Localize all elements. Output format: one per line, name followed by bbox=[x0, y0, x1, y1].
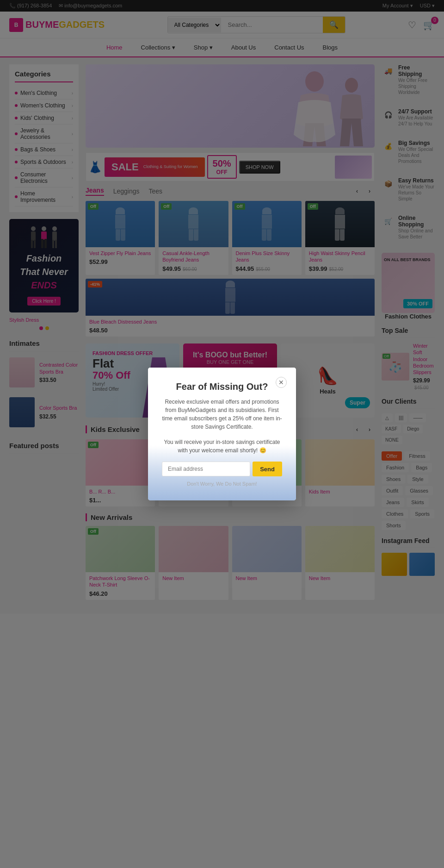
popup-email-input[interactable] bbox=[162, 462, 250, 476]
popup-email-row: Send bbox=[162, 462, 282, 476]
popup-overlay[interactable]: ✕ Fear of Missing Out? Receive exclusive… bbox=[0, 0, 444, 614]
popup-title: Fear of Missing Out? bbox=[162, 381, 282, 392]
popup-close-button[interactable]: ✕ bbox=[276, 377, 287, 388]
popup-spam-text: Don't Worry, We Do Not Spam! bbox=[162, 481, 282, 487]
popup: ✕ Fear of Missing Out? Receive exclusive… bbox=[148, 368, 296, 500]
popup-send-button[interactable]: Send bbox=[253, 462, 282, 476]
popup-description-2: You will receive your in-store savings c… bbox=[162, 438, 282, 455]
popup-description: Receive exclusive email offers and promo… bbox=[162, 398, 282, 431]
